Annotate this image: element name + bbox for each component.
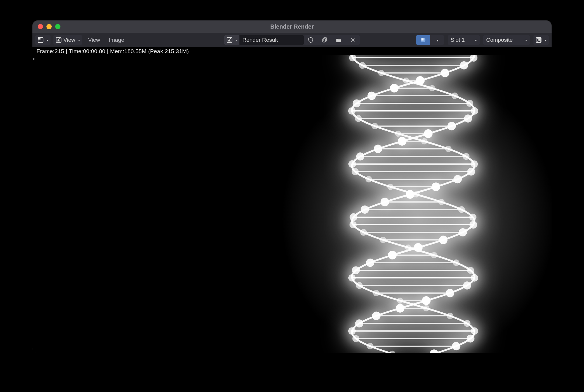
slot-dropdown[interactable]: Slot 1 ▾ [448, 35, 480, 45]
svg-marker-3 [57, 39, 60, 41]
image-name-value: Render Result [242, 37, 278, 43]
status-mem-value: 180.55M [124, 48, 147, 55]
svg-rect-9 [323, 39, 326, 42]
render-helix [39, 55, 552, 353]
browse-image-button[interactable]: ▾ [224, 35, 239, 45]
status-peak-value: 215.31M [165, 48, 187, 55]
svg-rect-1 [38, 38, 41, 40]
image-browse-icon [227, 37, 232, 43]
status-peak-label: Peak [150, 48, 163, 55]
toolbar-right: ▾ Slot 1 ▾ Composite ▾ ▾ [416, 35, 549, 45]
chevron-down-icon: ▾ [235, 39, 237, 42]
chevron-down-icon: ▾ [545, 39, 546, 42]
unlink-image-button[interactable] [346, 35, 360, 45]
image-actions [304, 35, 360, 45]
svg-marker-6 [228, 39, 231, 41]
folder-open-icon [336, 37, 342, 43]
new-image-button[interactable] [318, 35, 332, 45]
toolbar-expand-handle-left[interactable]: ▸ [33, 56, 35, 61]
display-channels-dropdown[interactable]: ▾ [533, 35, 549, 45]
render-image [39, 55, 552, 353]
viewport-shading-icon [420, 37, 426, 43]
chevron-down-icon: ▾ [78, 39, 80, 42]
image-datablock[interactable]: ▾ Render Result [224, 35, 304, 45]
window-controls [38, 24, 60, 29]
status-mem-label: Mem: [110, 48, 124, 55]
svg-point-7 [230, 38, 231, 39]
viewport-shading-dropdown[interactable]: ▾ [430, 35, 444, 45]
titlebar: Blender Render [32, 20, 552, 33]
viewport-shading-button[interactable] [416, 35, 430, 45]
chevron-down-icon: ▾ [437, 39, 439, 42]
chevron-down-icon: ▾ [525, 39, 527, 42]
image-name-field[interactable]: Render Result [239, 35, 304, 45]
zoom-window-button[interactable] [55, 24, 60, 29]
image-datablock-group: ▾ Render Result [224, 35, 360, 45]
image-menu[interactable]: Image [106, 37, 127, 43]
svg-point-10 [421, 38, 425, 42]
status-time-label: Time: [69, 48, 83, 55]
render-status: Frame: 215 | Time: 00:00.80 | Mem: 180.5… [32, 47, 552, 55]
render-window: Blender Render ▾ View ▾ View Image [32, 20, 552, 353]
copy-icon [322, 37, 327, 43]
shield-icon [308, 37, 313, 43]
mode-view-label: View [63, 37, 75, 43]
layer-dropdown[interactable]: Composite ▾ [483, 35, 530, 45]
status-frame-value: 215 [55, 48, 64, 55]
window-title: Blender Render [32, 23, 552, 30]
status-time-value: 00:00.80 [83, 48, 105, 55]
minimize-window-button[interactable] [46, 24, 52, 29]
close-icon [350, 38, 355, 42]
svg-rect-8 [324, 38, 327, 41]
toolbar: ▾ View ▾ View Image ▾ Render Result [32, 33, 552, 47]
viewport-shading-group: ▾ [416, 35, 444, 45]
slot-label: Slot 1 [451, 37, 465, 43]
view-menu[interactable]: View [85, 37, 103, 43]
layer-label: Composite [486, 37, 513, 43]
image-mode-icon [56, 37, 62, 43]
image-mode-view-dropdown[interactable]: View ▾ [53, 35, 82, 45]
close-window-button[interactable] [38, 24, 43, 29]
chevron-down-icon: ▾ [46, 39, 48, 42]
fake-user-button[interactable] [304, 35, 318, 45]
chevron-down-icon: ▾ [475, 39, 477, 42]
svg-point-4 [59, 38, 60, 39]
editor-type-dropdown[interactable]: ▾ [35, 35, 51, 45]
editor-type-icon [38, 37, 44, 43]
image-viewport[interactable]: ▸ ◂ [32, 55, 552, 353]
open-image-button[interactable] [332, 35, 346, 45]
status-frame-label: Frame: [36, 48, 55, 55]
display-channels-icon [536, 37, 542, 43]
